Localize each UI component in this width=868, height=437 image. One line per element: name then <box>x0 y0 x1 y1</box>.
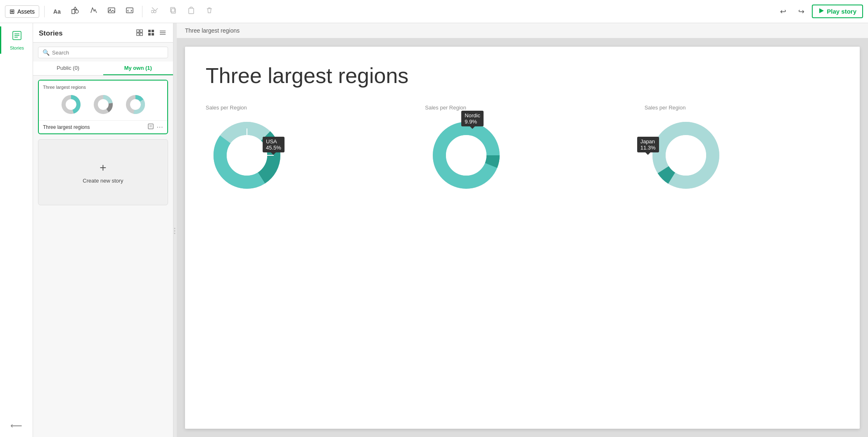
list-view-icon[interactable] <box>158 28 167 39</box>
tab-public[interactable]: Public (0) <box>33 62 103 75</box>
svg-rect-8 <box>189 8 194 14</box>
donut-svg-2 <box>425 114 508 197</box>
stories-panel: Stories 🔍 Public (0) My ow <box>33 23 173 437</box>
tabs-row: Public (0) My own (1) <box>33 62 173 76</box>
redo-icon: ↪ <box>798 7 804 16</box>
svg-rect-19 <box>152 30 154 32</box>
embed-tool-button[interactable] <box>122 4 137 19</box>
stories-list: Three largest regions <box>33 76 173 437</box>
cut-button[interactable] <box>147 4 162 19</box>
copy-button[interactable] <box>166 4 180 19</box>
story-canvas: Three largest regions Sales per Region <box>185 47 860 429</box>
create-story-plus-icon: + <box>100 161 106 174</box>
chart-label-3: Sales per Region <box>645 104 686 111</box>
chart-container-3: Sales per Region Japan 11.3% <box>645 104 839 197</box>
donut-svg-3 <box>645 114 727 197</box>
svg-point-49 <box>446 135 486 176</box>
svg-rect-17 <box>140 33 142 36</box>
expand-icon[interactable] <box>135 28 144 39</box>
donut-svg-1 <box>206 114 288 197</box>
story-card-footer: Three largest regions ⋯ <box>39 120 167 133</box>
toolbar-separator-2 <box>142 6 142 17</box>
sidebar-item-stories[interactable]: Stories <box>0 26 33 54</box>
svg-rect-3 <box>108 8 115 13</box>
svg-rect-14 <box>137 30 139 32</box>
text-tool-button[interactable]: Aa <box>50 4 64 19</box>
search-box: 🔍 <box>38 47 168 58</box>
stories-panel-title: Stories <box>39 29 63 38</box>
paste-button[interactable] <box>184 4 199 19</box>
paste-icon <box>187 7 195 16</box>
svg-rect-18 <box>148 30 151 32</box>
create-story-label: Create new story <box>83 178 123 184</box>
redo-button[interactable]: ↪ <box>794 4 809 19</box>
svg-rect-33 <box>148 124 153 129</box>
grid-icon: ⊞ <box>9 8 15 15</box>
delete-button[interactable] <box>202 4 217 19</box>
breadcrumb-text: Three largest regions <box>185 27 240 34</box>
story-canvas-wrapper: Three largest regions Three largest regi… <box>177 23 868 437</box>
svg-rect-20 <box>148 33 151 36</box>
play-story-button[interactable]: Play story <box>812 5 863 18</box>
create-story-card[interactable]: + Create new story <box>38 139 168 205</box>
story-card-preview: Three largest regions <box>39 81 167 120</box>
stories-header-icons <box>135 28 167 39</box>
image-tool-button[interactable] <box>104 4 119 19</box>
text-icon: Aa <box>53 8 61 15</box>
shapes-icon <box>71 6 79 17</box>
chart-label-1: Sales per Region <box>206 104 247 111</box>
chart-container-1: Sales per Region <box>206 104 400 197</box>
story-card-more-icon[interactable]: ⋯ <box>157 123 163 131</box>
undo-button[interactable]: ↩ <box>776 4 790 19</box>
charts-row: Sales per Region <box>206 104 839 197</box>
svg-marker-9 <box>819 8 824 13</box>
embed-icon <box>126 6 134 17</box>
assets-button[interactable]: ⊞ Assets <box>5 5 39 18</box>
donut-chart-1: USA 45.5% <box>206 114 288 197</box>
svg-rect-21 <box>152 33 154 36</box>
svg-point-1 <box>75 10 78 13</box>
svg-rect-0 <box>72 10 75 14</box>
toolbar: ⊞ Assets Aa <box>0 0 868 23</box>
story-breadcrumb: Three largest regions <box>177 23 868 38</box>
assets-sidebar: Stories ⟵ <box>0 23 33 437</box>
svg-point-36 <box>174 228 175 229</box>
story-card-three-regions[interactable]: Three largest regions <box>38 80 168 134</box>
effects-icon <box>89 6 97 17</box>
mini-donut-1 <box>56 93 86 116</box>
svg-rect-5 <box>126 8 133 13</box>
image-icon <box>107 6 116 17</box>
main-content: Stories ⟵ Stories 🔍 <box>0 23 868 437</box>
search-input[interactable] <box>52 50 164 56</box>
toolbar-left: ⊞ Assets Aa <box>5 4 776 19</box>
canvas-title: Three largest regions <box>206 63 839 88</box>
search-icon: 🔍 <box>43 49 50 56</box>
tab-my-own[interactable]: My own (1) <box>103 62 173 75</box>
cut-icon <box>151 7 159 16</box>
svg-marker-2 <box>74 7 77 10</box>
story-card-details-icon[interactable] <box>147 123 154 131</box>
svg-rect-15 <box>140 30 142 32</box>
collapse-sidebar-button[interactable]: ⟵ <box>10 420 22 430</box>
stories-icon <box>11 30 23 44</box>
mini-donut-3 <box>121 93 150 116</box>
svg-point-37 <box>174 230 175 232</box>
stories-panel-header: Stories <box>33 23 173 43</box>
effects-tool-button[interactable] <box>86 4 101 19</box>
collapse-icon: ⟵ <box>10 421 22 430</box>
grid-view-icon[interactable] <box>147 28 156 39</box>
play-icon <box>818 8 824 15</box>
resize-handle[interactable] <box>173 23 177 437</box>
story-card-preview-title: Three largest regions <box>43 85 163 90</box>
chart-label-2: Sales per Region <box>425 104 466 111</box>
mini-donut-2 <box>88 93 118 116</box>
svg-point-53 <box>666 135 706 176</box>
svg-point-43 <box>227 135 267 176</box>
story-card-name: Three largest regions <box>43 124 90 130</box>
shapes-tool-button[interactable] <box>68 4 83 19</box>
donut-chart-2: Nordic 9.9% <box>425 114 508 197</box>
toolbar-right: ↩ ↪ Play story <box>776 4 863 19</box>
assets-label: Assets <box>17 8 35 15</box>
undo-icon: ↩ <box>780 7 786 16</box>
donut-chart-3: Japan 11.3% <box>645 114 727 197</box>
